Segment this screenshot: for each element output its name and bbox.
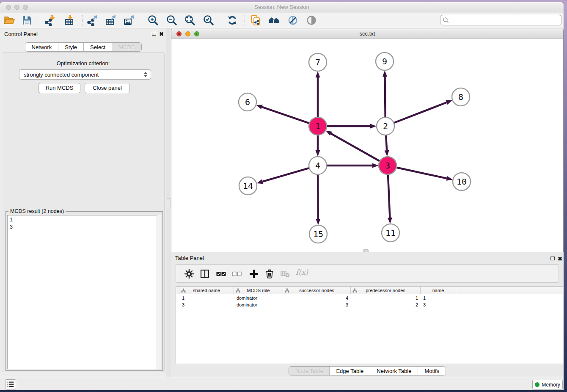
graph-node-4[interactable]: 4: [309, 157, 327, 174]
tab-mcds[interactable]: MCDS: [112, 43, 141, 51]
task-history-button[interactable]: [5, 379, 16, 389]
mcds-tab-pane: Optimization criterion: strongly connect…: [2, 52, 165, 372]
column-header-shared-name[interactable]: shared name: [179, 287, 234, 294]
network-close-icon[interactable]: ×: [176, 31, 182, 36]
network-graph-canvas[interactable]: 1234678910111415: [171, 39, 563, 252]
tab-node-table[interactable]: Node Table: [289, 367, 330, 375]
memory-button[interactable]: Memory: [532, 380, 563, 389]
graph-edge-2-3[interactable]: [386, 135, 387, 150]
svg-text:1: 1: [315, 121, 320, 131]
graph-edge-4-14[interactable]: [263, 168, 309, 182]
tab-network[interactable]: Network: [25, 43, 58, 51]
table-row[interactable]: 3dominator323: [176, 301, 563, 308]
graph-edge-2-8[interactable]: [394, 102, 447, 123]
table-cell[interactable]: 1: [351, 295, 421, 301]
table-row[interactable]: 1dominator411: [176, 295, 563, 301]
toggle-visibility-icon[interactable]: [306, 14, 317, 26]
table-cell[interactable]: 2: [351, 301, 421, 308]
tab-select[interactable]: Select: [83, 43, 112, 51]
zoom-out-icon[interactable]: [166, 14, 178, 26]
table-settings-gear-icon[interactable]: [184, 269, 194, 279]
add-column-icon[interactable]: [249, 269, 259, 279]
graph-node-14[interactable]: 14: [239, 177, 257, 195]
svg-text:15: 15: [313, 229, 323, 239]
window-close-icon[interactable]: [6, 5, 11, 10]
window-zoom-icon[interactable]: [23, 5, 28, 10]
graph-edge-1-6[interactable]: [262, 107, 309, 123]
export-table-icon[interactable]: [105, 14, 116, 26]
import-network-icon[interactable]: [44, 14, 56, 26]
criterion-dropdown-value: strongly connected component: [24, 72, 99, 78]
criterion-dropdown[interactable]: strongly connected component: [19, 69, 151, 80]
graph-node-15[interactable]: 15: [309, 225, 327, 243]
graph-node-7[interactable]: 7: [309, 53, 327, 71]
refresh-icon[interactable]: [226, 14, 238, 26]
table-cell[interactable]: dominator: [234, 295, 283, 301]
window-titlebar[interactable]: Session: New Session: [0, 2, 564, 12]
graph-edge-3-10[interactable]: [397, 168, 447, 179]
main-toolbar: [0, 13, 564, 28]
tab-edge-table[interactable]: Edge Table: [329, 367, 370, 375]
control-panel-close-icon[interactable]: ✖: [159, 31, 164, 37]
table-cell[interactable]: 1: [179, 295, 234, 301]
export-network-icon[interactable]: [86, 14, 98, 26]
tab-motifs[interactable]: Motifs: [418, 367, 446, 375]
table-cell[interactable]: 3: [283, 301, 351, 308]
graph-node-6[interactable]: 6: [239, 93, 256, 111]
graph-edge-3-1[interactable]: [331, 134, 379, 161]
network-window-titlebar[interactable]: × − + scc.txt: [171, 29, 563, 39]
select-all-icon[interactable]: [216, 269, 226, 279]
save-session-icon[interactable]: [21, 14, 33, 26]
column-header-name[interactable]: name: [421, 287, 456, 294]
clone-network-icon[interactable]: [250, 14, 261, 26]
search-input[interactable]: [451, 16, 560, 25]
svg-text:2: 2: [383, 121, 388, 131]
close-panel-button[interactable]: Close panel: [85, 83, 130, 93]
network-minimize-icon[interactable]: −: [185, 31, 190, 36]
graph-node-11[interactable]: 11: [382, 224, 399, 242]
graph-edge-2-9[interactable]: [385, 77, 385, 117]
network-zoom-icon[interactable]: +: [194, 31, 199, 36]
import-table-icon[interactable]: [64, 14, 76, 26]
column-header-predecessor-nodes[interactable]: predecessor nodes: [351, 287, 421, 294]
function-builder-icon[interactable]: f(x): [296, 268, 308, 276]
graph-node-3[interactable]: 3: [379, 157, 396, 174]
graph-node-10[interactable]: 10: [453, 173, 471, 190]
graph-node-8[interactable]: 8: [452, 88, 470, 106]
table-cell[interactable]: dominator: [234, 301, 283, 308]
graph-node-9[interactable]: 9: [376, 52, 394, 70]
result-scrollbar[interactable]: [157, 215, 161, 369]
node-table[interactable]: shared nameMCDS rolesuccessor nodesprede…: [176, 286, 563, 364]
tab-network-table[interactable]: Network Table: [370, 367, 418, 375]
delete-table-icon[interactable]: [280, 269, 290, 279]
table-cell[interactable]: 3: [179, 301, 234, 308]
table-cell[interactable]: 4: [283, 295, 351, 301]
table-panel-close-icon[interactable]: ✖: [558, 256, 562, 262]
search-box[interactable]: [440, 15, 562, 25]
run-mcds-button[interactable]: Run MCDS: [39, 83, 80, 93]
graph-edge-3-11[interactable]: [388, 175, 390, 218]
zoom-fit-icon[interactable]: [184, 14, 196, 26]
zoom-selected-icon[interactable]: [203, 14, 215, 26]
reset-home-icon[interactable]: [268, 14, 280, 26]
graph-node-1[interactable]: 1: [309, 117, 327, 135]
panel-divider-grip[interactable]: [167, 198, 171, 208]
table-panel-float-icon[interactable]: [550, 257, 555, 260]
column-header-successor-nodes[interactable]: successor nodes: [283, 287, 351, 294]
mcds-result-text[interactable]: 1 3: [7, 215, 161, 369]
zoom-in-icon[interactable]: [147, 14, 159, 26]
tab-style[interactable]: Style: [58, 43, 83, 51]
graph-edge-4-15[interactable]: [318, 175, 318, 219]
export-image-icon[interactable]: [123, 14, 135, 26]
delete-column-trash-icon[interactable]: [264, 269, 275, 279]
control-panel-float-icon[interactable]: [152, 32, 156, 36]
deselect-all-icon[interactable]: [232, 269, 242, 279]
table-cell[interactable]: 1: [421, 295, 456, 301]
table-cell[interactable]: 3: [421, 301, 456, 308]
show-columns-icon[interactable]: [200, 269, 210, 279]
toggle-style-icon[interactable]: [287, 14, 299, 26]
graph-node-2[interactable]: 2: [377, 117, 394, 135]
column-header-MCDS-role[interactable]: MCDS role: [234, 287, 283, 294]
open-session-icon[interactable]: [3, 14, 15, 26]
window-minimize-icon[interactable]: [14, 5, 19, 10]
